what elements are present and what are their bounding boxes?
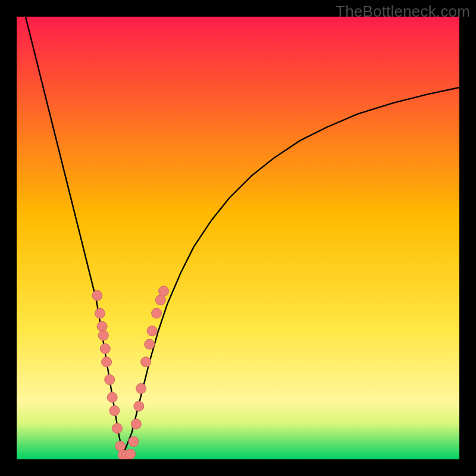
- plot-area: [17, 17, 459, 459]
- curve-marker-dot: [126, 449, 136, 459]
- curve-marker-dot: [95, 308, 105, 318]
- curve-marker-dot: [131, 419, 141, 429]
- curve-marker-dot: [129, 437, 139, 447]
- curve-marker-dot: [97, 321, 107, 331]
- chart-frame: TheBottleneck.com: [0, 0, 476, 476]
- curve-marker-dot: [100, 344, 110, 354]
- curve-marker-dot: [136, 384, 146, 394]
- plot-svg: [17, 17, 459, 459]
- curve-marker-dot: [92, 290, 102, 300]
- curve-marker-dot: [112, 423, 122, 433]
- curve-marker-dot: [105, 375, 115, 385]
- curve-marker-dot: [141, 357, 151, 367]
- curve-marker-dot: [147, 326, 157, 336]
- curve-marker-dot: [152, 308, 162, 318]
- curve-marker-dot: [115, 441, 126, 451]
- curve-marker-dot: [98, 330, 108, 340]
- gradient-bg: [17, 17, 459, 459]
- curve-marker-dot: [145, 339, 155, 349]
- curve-marker-dot: [134, 401, 144, 411]
- curve-marker-dot: [109, 406, 120, 416]
- curve-marker-dot: [102, 357, 112, 367]
- watermark-text: TheBottleneck.com: [336, 2, 470, 21]
- curve-marker-dot: [159, 286, 169, 296]
- curve-marker-dot: [107, 392, 117, 402]
